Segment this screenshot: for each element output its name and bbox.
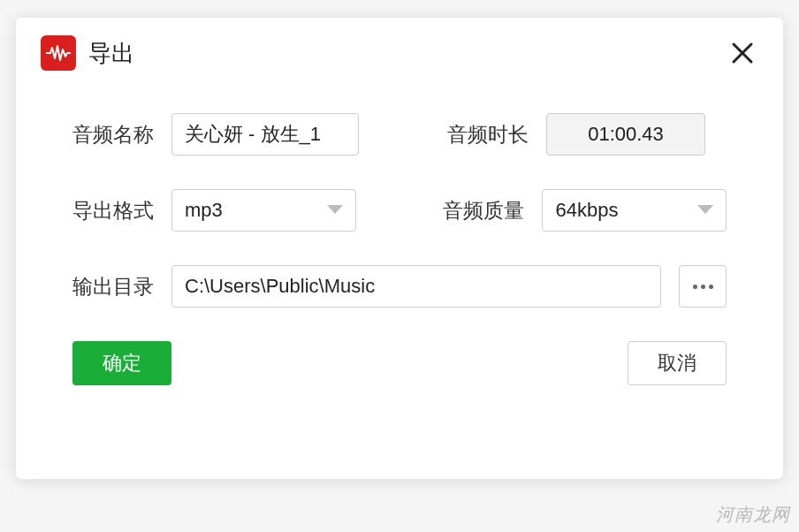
audio-duration-display: 01:00.43 (546, 113, 705, 156)
titlebar: 导出 (16, 18, 783, 80)
title-left: 导出 (41, 35, 134, 71)
svg-marker-3 (697, 205, 713, 214)
form-area: 音频名称 音频时长 01:00.43 导出格式 mp3 音频质量 64kbps (16, 80, 783, 308)
row-format-quality: 导出格式 mp3 音频质量 64kbps (72, 189, 727, 232)
output-dir-label: 输出目录 (72, 273, 154, 300)
close-button[interactable] (727, 37, 758, 69)
audio-quality-select[interactable]: 64kbps (542, 189, 727, 232)
close-icon (731, 42, 754, 65)
audio-name-label: 音频名称 (72, 121, 154, 148)
chevron-down-icon (327, 205, 343, 216)
output-dir-input[interactable] (171, 265, 661, 308)
audio-name-input[interactable] (171, 113, 359, 156)
row-output-dir: 输出目录 (72, 265, 727, 308)
browse-button[interactable] (679, 265, 727, 308)
audio-quality-label: 音频质量 (443, 197, 524, 224)
export-format-value: mp3 (185, 199, 223, 222)
audio-duration-value: 01:00.43 (588, 123, 664, 146)
ellipsis-icon (693, 285, 697, 289)
waveform-icon (46, 44, 71, 62)
button-row: 确定 取消 (16, 341, 783, 385)
confirm-button[interactable]: 确定 (72, 341, 171, 385)
audio-quality-value: 64kbps (555, 199, 618, 222)
audio-duration-label: 音频时长 (447, 121, 529, 148)
svg-marker-2 (327, 205, 343, 214)
ellipsis-icon (709, 285, 713, 289)
ellipsis-icon (701, 285, 705, 289)
export-format-select[interactable]: mp3 (171, 189, 356, 232)
chevron-down-icon (697, 205, 713, 216)
dialog-title: 导出 (88, 38, 134, 69)
app-icon (41, 35, 76, 71)
watermark-text: 河南龙网 (716, 503, 790, 527)
cancel-button[interactable]: 取消 (628, 341, 727, 385)
export-dialog: 导出 音频名称 音频时长 01:00.43 导出格式 mp3 (16, 18, 783, 479)
export-format-label: 导出格式 (72, 197, 154, 224)
row-name-duration: 音频名称 音频时长 01:00.43 (72, 113, 727, 156)
